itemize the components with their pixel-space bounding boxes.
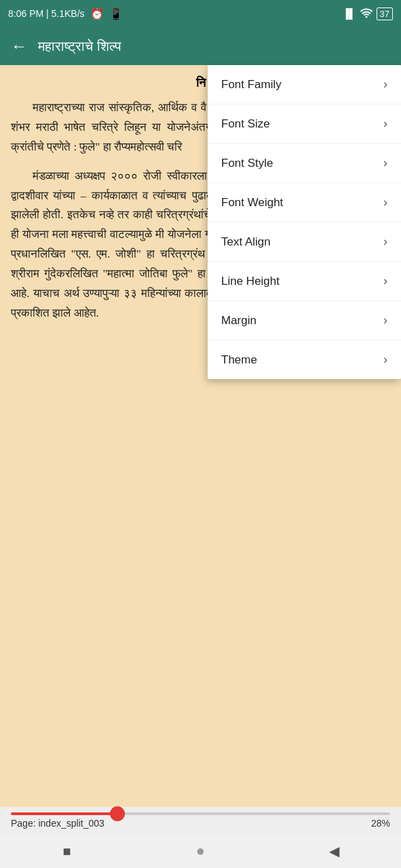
chevron-right-icon-1: › bbox=[383, 117, 387, 131]
menu-item-margin-label: Margin bbox=[221, 314, 256, 328]
chevron-right-icon-6: › bbox=[383, 313, 387, 328]
menu-item-font-style[interactable]: Font Style › bbox=[208, 144, 401, 183]
page-label: Page: index_split_003 bbox=[11, 818, 104, 829]
chevron-right-icon-3: › bbox=[383, 195, 387, 210]
menu-item-theme-label: Theme bbox=[221, 353, 257, 367]
menu-item-line-height[interactable]: Line Height › bbox=[208, 262, 401, 301]
circle-icon: ● bbox=[196, 842, 205, 860]
menu-item-font-size-label: Font Size bbox=[221, 117, 270, 131]
bottom-info: Page: index_split_003 28% bbox=[0, 807, 401, 834]
signal-icon: ▐▌ bbox=[343, 8, 356, 19]
page-row: Page: index_split_003 28% bbox=[0, 818, 401, 834]
menu-item-font-size[interactable]: Font Size › bbox=[208, 104, 401, 144]
menu-item-margin[interactable]: Margin › bbox=[208, 301, 401, 340]
menu-item-line-height-label: Line Height bbox=[221, 275, 280, 288]
triangle-button[interactable]: ◀ bbox=[321, 841, 348, 861]
progress-thumb[interactable] bbox=[110, 806, 125, 821]
back-button[interactable]: ← bbox=[11, 37, 27, 56]
app-bar: ← महाराष्ट्राचे शिल्प bbox=[0, 27, 401, 65]
chevron-right-icon-7: › bbox=[383, 353, 387, 367]
chevron-right-icon-0: › bbox=[383, 77, 387, 92]
app-bar-title: महाराष्ट्राचे शिल्प bbox=[38, 39, 121, 54]
menu-item-font-weight[interactable]: Font Weight › bbox=[208, 183, 401, 222]
menu-item-font-style-label: Font Style bbox=[221, 157, 273, 170]
wifi-icon bbox=[360, 8, 373, 20]
page-percent: 28% bbox=[371, 818, 390, 829]
menu-item-text-align-label: Text Align bbox=[221, 235, 271, 249]
triangle-icon: ◀ bbox=[329, 843, 339, 859]
bottom-nav: ■ ● ◀ bbox=[0, 834, 401, 868]
square-icon: ■ bbox=[62, 844, 71, 859]
status-bar-right: ▐▌ 37 bbox=[343, 7, 393, 20]
chevron-right-icon-2: › bbox=[383, 156, 387, 170]
menu-item-theme[interactable]: Theme › bbox=[208, 340, 401, 379]
square-button[interactable]: ■ bbox=[54, 841, 81, 861]
circle-button[interactable]: ● bbox=[187, 841, 214, 861]
status-bar: 8:06 PM | 5.1KB/s ⏰ 📱 ▐▌ 37 bbox=[0, 0, 401, 27]
chevron-right-icon-5: › bbox=[383, 274, 387, 288]
chevron-right-icon-4: › bbox=[383, 235, 387, 249]
menu-item-font-family-label: Font Family bbox=[221, 78, 282, 92]
menu-item-font-family[interactable]: Font Family › bbox=[208, 65, 401, 104]
progress-track[interactable] bbox=[11, 812, 390, 815]
alarm-icon: ⏰ bbox=[90, 7, 104, 20]
time-label: 8:06 PM | 5.1KB/s bbox=[8, 8, 85, 19]
battery-label: 37 bbox=[377, 7, 393, 20]
menu-item-text-align[interactable]: Text Align › bbox=[208, 222, 401, 262]
whatsapp-icon: 📱 bbox=[109, 7, 123, 20]
context-menu: Font Family › Font Size › Font Style › F… bbox=[208, 65, 401, 379]
progress-row[interactable] bbox=[0, 807, 401, 818]
status-bar-left: 8:06 PM | 5.1KB/s ⏰ 📱 bbox=[8, 7, 123, 20]
menu-item-font-weight-label: Font Weight bbox=[221, 196, 283, 210]
progress-fill bbox=[11, 812, 117, 815]
